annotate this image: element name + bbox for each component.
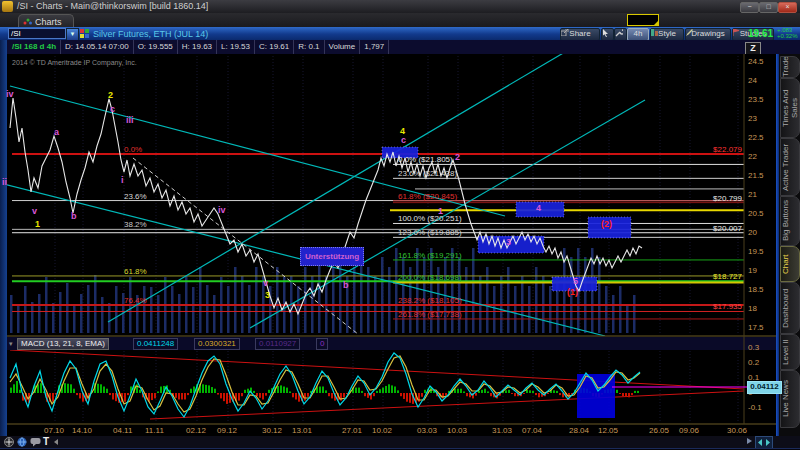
thinkorswim-window: /SI - Charts - Main@thinkorswim [build 1… bbox=[0, 0, 800, 450]
macd-value-bubble: 0.04112 bbox=[747, 381, 782, 394]
main-chart-group bbox=[4, 52, 756, 336]
chart-plot bbox=[0, 0, 800, 450]
